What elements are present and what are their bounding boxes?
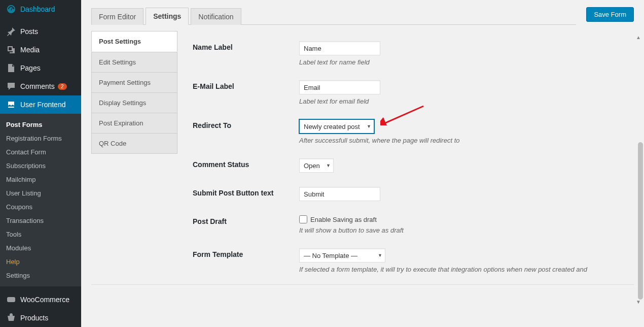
field-post-draft: Post Draft Enable Saving as draft It wil… bbox=[193, 215, 629, 234]
draft-checkbox-text: Enable Saving as draft bbox=[310, 216, 377, 223]
settings-form: Name Label Label text for name field E-M… bbox=[188, 31, 634, 278]
left-tab-post-expiration[interactable]: Post Expiration bbox=[91, 113, 177, 134]
left-tab-payment-settings[interactable]: Payment Settings bbox=[91, 73, 177, 93]
tab-form-editor[interactable]: Form Editor bbox=[91, 8, 144, 25]
sidebar-label: Dashboard bbox=[20, 5, 55, 13]
sidebar-item-comments[interactable]: Comments 2 bbox=[0, 77, 81, 95]
form-template-select[interactable]: — No Template — bbox=[299, 248, 385, 263]
settings-left-tabs: Post Settings Edit Settings Payment Sett… bbox=[91, 31, 177, 278]
sidebar-item-user-frontend[interactable]: User Frontend bbox=[0, 95, 81, 114]
submenu-transactions[interactable]: Transactions bbox=[0, 214, 81, 227]
sidebar-label: Posts bbox=[20, 27, 38, 36]
help-text: If selected a form template, it will try… bbox=[299, 266, 629, 273]
woo-icon bbox=[6, 295, 16, 305]
field-label: Name Label bbox=[193, 41, 299, 51]
product-icon bbox=[6, 313, 16, 323]
sidebar-label: Products bbox=[20, 314, 48, 322]
field-label: Redirect To bbox=[193, 119, 299, 129]
draft-checkbox-label[interactable]: Enable Saving as draft bbox=[299, 215, 629, 223]
comment-count-badge: 2 bbox=[58, 83, 67, 90]
help-text: After successfull submit, where the page… bbox=[299, 137, 629, 144]
save-form-button[interactable]: Save Form bbox=[586, 7, 634, 22]
field-label: Submit Post Button text bbox=[193, 187, 299, 197]
comment-icon bbox=[6, 81, 16, 91]
submenu-contact-form[interactable]: Contact Form bbox=[0, 145, 81, 159]
submenu-subscriptions[interactable]: Subscriptions bbox=[0, 159, 81, 173]
wpuf-icon bbox=[6, 100, 16, 110]
scroll-up-icon: ▲ bbox=[636, 35, 641, 40]
top-tabs: Form Editor Settings Notification bbox=[91, 7, 576, 25]
tab-notification[interactable]: Notification bbox=[191, 8, 241, 25]
submenu-tools[interactable]: Tools bbox=[0, 227, 81, 241]
help-text: Label text for email field bbox=[299, 97, 629, 105]
page-icon bbox=[6, 63, 16, 73]
submenu-post-forms[interactable]: Post Forms bbox=[0, 118, 81, 132]
sidebar-item-woocommerce[interactable]: WooCommerce bbox=[0, 290, 81, 309]
field-comment-status: Comment Status Open bbox=[193, 158, 629, 173]
header-row: Form Editor Settings Notification Save F… bbox=[91, 7, 634, 25]
sidebar-label: User Frontend bbox=[20, 101, 65, 109]
submenu-user-listing[interactable]: User Listing bbox=[0, 186, 81, 200]
tab-settings[interactable]: Settings bbox=[146, 8, 189, 25]
main-content: Form Editor Settings Notification Save F… bbox=[81, 0, 644, 327]
sidebar-label: Pages bbox=[20, 64, 41, 72]
sidebar-label: Media bbox=[20, 46, 40, 54]
comment-status-select[interactable]: Open bbox=[299, 158, 334, 173]
left-tab-display-settings[interactable]: Display Settings bbox=[91, 93, 177, 113]
field-label: Form Template bbox=[193, 248, 299, 258]
left-tab-post-settings[interactable]: Post Settings bbox=[91, 31, 177, 52]
help-text: It will show a button to save as draft bbox=[299, 226, 629, 234]
sidebar-item-pages[interactable]: Pages bbox=[0, 59, 81, 77]
scrollbar[interactable] bbox=[638, 142, 643, 300]
field-submit-button-text: Submit Post Button text bbox=[193, 187, 629, 201]
media-icon bbox=[6, 45, 16, 55]
field-label: E-Mail Label bbox=[193, 80, 299, 90]
field-label: Post Draft bbox=[193, 215, 299, 225]
pin-icon bbox=[6, 26, 16, 37]
svg-rect-0 bbox=[7, 297, 15, 302]
left-tab-edit-settings[interactable]: Edit Settings bbox=[91, 52, 177, 73]
submit-button-text-input[interactable] bbox=[299, 187, 380, 201]
settings-body: Post Settings Edit Settings Payment Sett… bbox=[91, 31, 634, 285]
submenu-mailchimp[interactable]: Mailchimp bbox=[0, 173, 81, 186]
field-label: Comment Status bbox=[193, 158, 299, 169]
sidebar-label: Comments bbox=[20, 82, 55, 90]
help-text: Label text for name field bbox=[299, 58, 629, 66]
left-tab-qr-code[interactable]: QR Code bbox=[91, 134, 177, 154]
draft-checkbox[interactable] bbox=[299, 215, 307, 223]
email-label-input[interactable] bbox=[299, 80, 380, 94]
field-redirect-to: Redirect To Newly created post After suc… bbox=[193, 119, 629, 144]
submenu-help[interactable]: Help bbox=[0, 255, 81, 269]
sidebar-item-posts[interactable]: Posts bbox=[0, 22, 81, 41]
submenu-settings[interactable]: Settings bbox=[0, 269, 81, 282]
gauge-icon bbox=[6, 4, 16, 14]
submenu-registration-forms[interactable]: Registration Forms bbox=[0, 132, 81, 145]
field-email-label: E-Mail Label Label text for email field bbox=[193, 80, 629, 105]
name-label-input[interactable] bbox=[299, 41, 380, 55]
submenu-modules[interactable]: Modules bbox=[0, 241, 81, 255]
submenu-coupons[interactable]: Coupons bbox=[0, 200, 81, 214]
scroll-down-icon: ▼ bbox=[636, 299, 641, 305]
field-form-template: Form Template — No Template — If selecte… bbox=[193, 248, 629, 273]
admin-sidebar: Dashboard Posts Media Pages Comments 2 U… bbox=[0, 0, 81, 327]
redirect-to-select[interactable]: Newly created post bbox=[299, 119, 374, 134]
sidebar-item-media[interactable]: Media bbox=[0, 41, 81, 59]
field-name-label: Name Label Label text for name field bbox=[193, 41, 629, 66]
sidebar-item-dashboard[interactable]: Dashboard bbox=[0, 0, 81, 18]
sidebar-item-products[interactable]: Products bbox=[0, 309, 81, 327]
sidebar-submenu: Post Forms Registration Forms Contact Fo… bbox=[0, 114, 81, 286]
sidebar-label: WooCommerce bbox=[20, 296, 69, 304]
